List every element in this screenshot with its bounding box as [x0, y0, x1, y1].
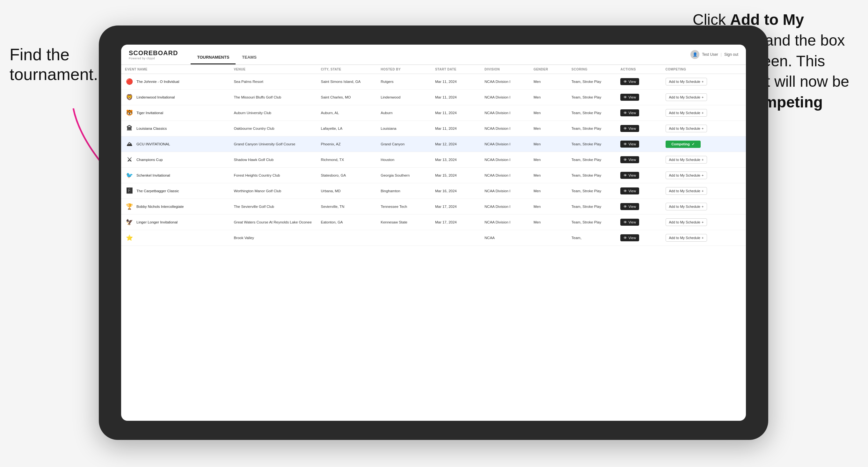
city-cell: Richmond, TX — [317, 152, 377, 168]
view-button[interactable]: 👁 View — [620, 187, 639, 194]
annotation-left: Find the tournament. — [9, 44, 99, 85]
plus-icon: + — [702, 220, 704, 224]
scoring-cell: Team, Stroke Play — [568, 183, 617, 199]
event-name: Champions Cup — [136, 158, 162, 162]
event-name-cell: 🐦 Schenkel Invitational — [121, 168, 230, 183]
add-to-schedule-button[interactable]: Add to My Schedule + — [665, 234, 707, 242]
city-cell: Phoenix, AZ — [317, 136, 377, 152]
col-header-hosted: HOSTED BY — [377, 65, 431, 74]
add-to-schedule-button[interactable]: Add to My Schedule + — [665, 218, 707, 226]
tab-tournaments[interactable]: TOURNAMENTS — [191, 44, 236, 64]
competing-button[interactable]: Competing ✓ — [665, 141, 701, 148]
tab-teams[interactable]: TEAMS — [236, 44, 263, 64]
competing-cell: Add to My Schedule + — [662, 215, 746, 230]
competing-cell: Add to My Schedule + — [662, 168, 746, 183]
date-cell: Mar 17, 2024 — [431, 215, 481, 230]
view-button[interactable]: 👁 View — [620, 125, 639, 132]
actions-cell: 👁 View — [617, 136, 661, 152]
date-cell: Mar 11, 2024 — [431, 90, 481, 105]
city-cell: Sevierville, TN — [317, 199, 377, 215]
division-cell: NCAA Division I — [481, 90, 530, 105]
eye-icon: 👁 — [623, 95, 627, 99]
hosted-cell: Georgia Southern — [377, 168, 431, 183]
actions-cell: 👁 View — [617, 230, 661, 246]
view-button[interactable]: 👁 View — [620, 78, 639, 85]
division-cell: NCAA Division I — [481, 152, 530, 168]
actions-cell: 👁 View — [617, 74, 661, 90]
gender-cell: Men — [530, 168, 568, 183]
header-divider: | — [721, 52, 722, 57]
hosted-cell: Binghamton — [377, 183, 431, 199]
add-to-schedule-button[interactable]: Add to My Schedule + — [665, 156, 707, 163]
eye-icon: 👁 — [623, 189, 627, 193]
gender-cell: Men — [530, 152, 568, 168]
competing-cell: Add to My Schedule + — [662, 230, 746, 246]
plus-icon: + — [702, 189, 704, 193]
add-to-schedule-button[interactable]: Add to My Schedule + — [665, 172, 707, 179]
table-row: ⛰ GCU INVITATIONAL Grand Canyon Universi… — [121, 136, 746, 152]
gender-cell — [530, 230, 568, 246]
hosted-cell: Houston — [377, 152, 431, 168]
division-cell: NCAA — [481, 230, 530, 246]
event-name-cell: ⭐ — [121, 230, 230, 246]
add-to-schedule-button[interactable]: Add to My Schedule + — [665, 93, 707, 101]
competing-cell: Add to My Schedule + — [662, 105, 746, 121]
add-to-schedule-button[interactable]: Add to My Schedule + — [665, 109, 707, 117]
actions-cell: 👁 View — [617, 152, 661, 168]
add-to-schedule-button[interactable]: Add to My Schedule + — [665, 78, 707, 86]
event-name-cell: 🦅 Linger Longer Invitational — [121, 215, 230, 230]
gender-cell: Men — [530, 199, 568, 215]
scoring-cell: Team, Stroke Play — [568, 168, 617, 183]
scoring-cell: Team, — [568, 230, 617, 246]
add-to-schedule-button[interactable]: Add to My Schedule + — [665, 187, 707, 195]
view-button[interactable]: 👁 View — [620, 234, 639, 241]
team-logo: 🐯 — [125, 108, 134, 117]
eye-icon: 👁 — [623, 174, 627, 177]
hosted-cell — [377, 230, 431, 246]
team-logo: 🅱 — [125, 186, 134, 195]
gender-cell: Men — [530, 105, 568, 121]
division-cell: NCAA Division I — [481, 215, 530, 230]
hosted-cell: Rutgers — [377, 74, 431, 90]
actions-cell: 👁 View — [617, 183, 661, 199]
app-logo-sub: Powered by clippd — [129, 57, 178, 60]
view-button[interactable]: 👁 View — [620, 94, 639, 101]
view-button[interactable]: 👁 View — [620, 110, 639, 116]
eye-icon: 👁 — [623, 142, 627, 146]
view-button[interactable]: 👁 View — [620, 219, 639, 226]
table-row: 🅱 The Carpetbagger Classic Worthington M… — [121, 183, 746, 199]
add-to-schedule-button[interactable]: Add to My Schedule + — [665, 125, 707, 132]
venue-cell: Shadow Hawk Golf Club — [230, 152, 317, 168]
actions-cell: 👁 View — [617, 105, 661, 121]
date-cell: Mar 17, 2024 — [431, 199, 481, 215]
table-row: 🦁 Lindenwood Invitational The Missouri B… — [121, 90, 746, 105]
actions-cell: 👁 View — [617, 215, 661, 230]
table-header: EVENT NAME VENUE CITY, STATE HOSTED BY S… — [121, 65, 746, 74]
date-cell: Mar 12, 2024 — [431, 136, 481, 152]
competing-cell: Add to My Schedule + — [662, 152, 746, 168]
add-to-schedule-button[interactable]: Add to My Schedule + — [665, 203, 707, 210]
view-button[interactable]: 👁 View — [620, 141, 639, 148]
team-logo: ⭐ — [125, 234, 134, 242]
venue-cell: Great Waters Course At Reynolds Lake Oco… — [230, 215, 317, 230]
team-logo: 🐦 — [125, 171, 134, 180]
plus-icon: + — [702, 111, 704, 115]
city-cell: Lafayette, LA — [317, 121, 377, 136]
scoring-cell: Team, Stroke Play — [568, 215, 617, 230]
table-row: 🐯 Tiger Invitational Auburn University C… — [121, 105, 746, 121]
event-name: Bobby Nichols Intercollegiate — [136, 205, 184, 209]
table-row: ⚔ Champions Cup Shadow Hawk Golf ClubRic… — [121, 152, 746, 168]
nav-tabs: TOURNAMENTS TEAMS — [191, 44, 263, 64]
view-button[interactable]: 👁 View — [620, 203, 639, 210]
event-name-cell: 🔴 The Johnnie - O Individual — [121, 74, 230, 90]
plus-icon: + — [702, 158, 704, 162]
eye-icon: 👁 — [623, 236, 627, 240]
view-button[interactable]: 👁 View — [620, 172, 639, 179]
city-cell: Urbana, MD — [317, 183, 377, 199]
col-header-actions: ACTIONS — [617, 65, 661, 74]
eye-icon: 👁 — [623, 158, 627, 162]
signout-link[interactable]: Sign out — [724, 52, 738, 57]
table-row: ⭐ Brook ValleyNCAATeam,👁 ViewAdd to My S… — [121, 230, 746, 246]
venue-cell: Sea Palms Resort — [230, 74, 317, 90]
view-button[interactable]: 👁 View — [620, 156, 639, 163]
